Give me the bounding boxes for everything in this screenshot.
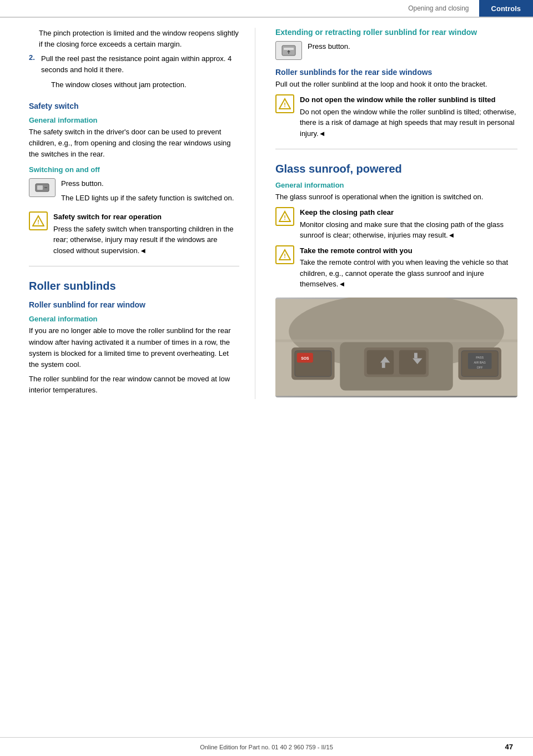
divider-1 bbox=[29, 266, 239, 266]
safety-switch-title: Safety switch bbox=[29, 102, 239, 110]
warning-box-2: ! Do not open the window while the rolle… bbox=[275, 94, 517, 139]
svg-rect-35 bbox=[275, 339, 517, 342]
step-2-content: Pull the reel past the resistance point … bbox=[41, 53, 239, 93]
warning-triangle-svg-3: ! bbox=[279, 210, 291, 223]
divider-2 bbox=[275, 149, 517, 149]
warning-icon-3: ! bbox=[275, 207, 294, 226]
warning-3-text-block: Keep the closing path clear Monitor clos… bbox=[300, 207, 517, 241]
led-text: The LED lights up if the safety function… bbox=[61, 193, 239, 204]
press-button-1-label: Press button. bbox=[61, 178, 239, 189]
general-info-2-title: General information bbox=[29, 315, 239, 323]
step-2-text: Pull the reel past the resistance point … bbox=[41, 53, 239, 75]
safety-switch-button-icon bbox=[29, 178, 56, 197]
warning-3-body: Monitor closing and make sure that the c… bbox=[300, 220, 504, 240]
footer-center-text: Online Edition for Part no. 01 40 2 960 … bbox=[42, 744, 491, 750]
svg-text:SOS: SOS bbox=[301, 356, 309, 360]
header-section-controls: Controls bbox=[479, 0, 533, 17]
car-interior-svg: SOS PASS AIR BAG OFF bbox=[275, 298, 517, 397]
svg-text:PASS: PASS bbox=[476, 356, 484, 359]
warning-3-title: Keep the closing path clear bbox=[300, 207, 517, 218]
footer: Online Edition for Part no. 01 40 2 960 … bbox=[0, 737, 533, 756]
general-info-1-text: The safety switch in the driver's door c… bbox=[29, 127, 239, 160]
warning-1-text-block: Safety switch for rear operation Press t… bbox=[53, 211, 239, 256]
roller-side-text: Pull out the roller sunblind at the loop… bbox=[275, 79, 517, 90]
warning-triangle-svg-1: ! bbox=[32, 215, 44, 227]
press-button-2-label: Press button. bbox=[308, 41, 350, 52]
page-container: Opening and closing Controls The pinch p… bbox=[0, 0, 533, 756]
warning-icon-4: ! bbox=[275, 245, 294, 264]
warning-2-body: Do not open the window while the roller … bbox=[300, 108, 516, 138]
safety-switch-svg bbox=[34, 182, 50, 194]
car-interior-image: SOS PASS AIR BAG OFF bbox=[275, 298, 517, 397]
svg-text:AIR BAG: AIR BAG bbox=[474, 361, 486, 364]
press-button-1-text: Press button. The LED lights up if the s… bbox=[61, 178, 239, 207]
svg-text:!: ! bbox=[284, 253, 286, 259]
warning-4-text-block: Take the remote control with you Take th… bbox=[300, 245, 517, 290]
header-controls-label: Controls bbox=[491, 4, 521, 13]
glass-sunroof-title: Glass sunroof, powered bbox=[275, 163, 517, 175]
svg-rect-1 bbox=[37, 185, 43, 190]
general-info-3-title: General information bbox=[275, 181, 517, 189]
end-mark-4: ◄ bbox=[338, 280, 345, 288]
warning-box-4: ! Take the remote control with you Take … bbox=[275, 245, 517, 290]
extending-title: Extending or retracting roller sunblind … bbox=[275, 28, 517, 37]
roller-rear-window-title: Roller sunblind for rear window bbox=[29, 300, 239, 309]
roller-side-title: Roller sunblinds for the rear side windo… bbox=[275, 68, 517, 77]
svg-rect-34 bbox=[414, 352, 418, 358]
general-info-2-text-1: If you are no longer able to move the ro… bbox=[29, 325, 239, 370]
svg-text:!: ! bbox=[284, 214, 286, 221]
end-mark-3: ◄ bbox=[448, 231, 455, 239]
extending-button-row: Press button. bbox=[275, 41, 517, 60]
warning-2-text-block: Do not open the window while the roller … bbox=[300, 94, 517, 139]
switching-title: Switching on and off bbox=[29, 165, 239, 174]
switching-button-row: Press button. The LED lights up if the s… bbox=[29, 178, 239, 207]
svg-text:!: ! bbox=[284, 102, 286, 108]
step-2-number: 2. bbox=[29, 53, 38, 93]
general-info-3-text: The glass sunroof is operational when th… bbox=[275, 191, 517, 203]
warning-box-3: ! Keep the closing path clear Monitor cl… bbox=[275, 207, 517, 241]
svg-rect-30 bbox=[399, 350, 426, 375]
warning-box-1: ! Safety switch for rear operation Press… bbox=[29, 211, 239, 256]
warning-icon-2: ! bbox=[275, 94, 294, 113]
svg-rect-32 bbox=[382, 362, 385, 368]
step-2-note: The window closes without jam protection… bbox=[41, 79, 239, 90]
header-bar: Opening and closing Controls bbox=[0, 0, 533, 18]
svg-text:OFF: OFF bbox=[477, 366, 483, 369]
header-section-left: Opening and closing bbox=[398, 0, 479, 17]
content-columns: The pinch protection is limited and the … bbox=[0, 18, 533, 399]
warning-1-title: Safety switch for rear operation bbox=[53, 211, 239, 223]
intro-para-1: The pinch protection is limited and the … bbox=[29, 28, 239, 50]
header-opening-closing: Opening and closing bbox=[408, 4, 469, 12]
warning-icon-1: ! bbox=[29, 211, 48, 230]
svg-text:!: ! bbox=[37, 219, 39, 225]
step-2: 2. Pull the reel past the resistance poi… bbox=[29, 53, 239, 93]
footer-page-number: 47 bbox=[491, 743, 513, 751]
warning-triangle-svg-2: ! bbox=[279, 98, 291, 110]
end-mark-2: ◄ bbox=[319, 129, 326, 138]
general-info-1-title: General information bbox=[29, 116, 239, 124]
general-info-2-text-2: The roller sunblind for the rear window … bbox=[29, 374, 239, 396]
warning-triangle-svg-4: ! bbox=[279, 249, 291, 261]
roller-sunblinds-title: Roller sunblinds bbox=[29, 280, 239, 293]
warning-2-title: Do not open the window while the roller … bbox=[300, 94, 517, 105]
extend-button-icon bbox=[275, 41, 302, 60]
warning-4-body: Take the remote control with you when le… bbox=[300, 258, 508, 288]
extend-svg bbox=[281, 44, 296, 57]
warning-4-title: Take the remote control with you bbox=[300, 245, 517, 256]
end-mark-1: ◄ bbox=[139, 246, 147, 255]
svg-rect-6 bbox=[284, 48, 294, 50]
right-column: Extending or retracting roller sunblind … bbox=[255, 28, 533, 399]
left-column: The pinch protection is limited and the … bbox=[0, 28, 255, 399]
